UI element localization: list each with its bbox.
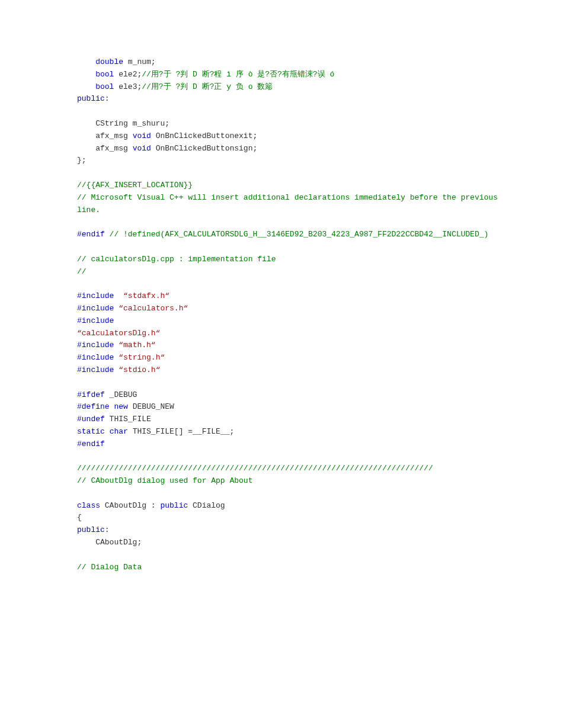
keyword-token: #ifdef <box>77 390 105 399</box>
code-line: afx_msg void OnBnClickedButtonexit; <box>77 130 504 143</box>
code-line: { <box>77 512 504 524</box>
code-line: public: <box>77 524 504 537</box>
text-token <box>77 82 95 91</box>
comment-token: // <box>77 267 87 276</box>
comment-token: //{{AFX_INSERT_LOCATION}} <box>77 181 193 190</box>
text-token: : <box>105 525 110 534</box>
text-token: m_num; <box>123 57 156 66</box>
code-line: #endif <box>77 438 504 451</box>
code-line: // <box>77 266 504 278</box>
code-line: // CAboutDlg dialog used for App About <box>77 475 504 488</box>
code-line: static char THIS_FILE[] =__FILE__; <box>77 426 504 438</box>
keyword-token: #include <box>77 304 114 313</box>
code-line: afx_msg void OnBnClickedButtonsign; <box>77 143 504 155</box>
code-line <box>77 105 504 118</box>
text-token: : <box>105 94 110 103</box>
comment-token: //用?于 ?判 D 断?程 ì 序 ò 是?否?有甁错涑?误 ó <box>142 70 334 79</box>
code-line: CAboutDlg; <box>77 537 504 549</box>
text-token: DEBUG_NEW <box>128 402 174 411</box>
text-token <box>77 279 82 288</box>
code-line <box>77 377 504 389</box>
code-line: // calculatorsDlg.cpp : implementation f… <box>77 254 504 266</box>
keyword-token: static <box>77 427 105 436</box>
string-token: “stdafx.h“ <box>123 291 169 300</box>
code-page: double m_num; bool ele2;//用?于 ?判 D 断?程 ì… <box>0 0 563 728</box>
keyword-token: #undef <box>77 415 105 424</box>
text-token <box>77 57 95 66</box>
code-line: #include “string.h“ <box>77 352 504 364</box>
text-token: CAboutDlg; <box>77 538 142 547</box>
text-token: THIS_FILE[] =__FILE__; <box>128 427 234 436</box>
keyword-token: void <box>133 132 151 140</box>
code-line: ////////////////////////////////////////… <box>77 463 504 475</box>
text-token <box>114 291 123 300</box>
text-token: afx_msg <box>77 144 133 153</box>
code-line: “calculatorsDlg.h“ <box>77 328 504 340</box>
code-line <box>77 216 504 229</box>
comment-token: //用?于 ?判 D 断?正 y 负 o 数簓 <box>142 82 273 91</box>
code-line <box>77 488 504 500</box>
keyword-token: #include <box>77 365 114 374</box>
text-token <box>77 242 82 251</box>
text-token <box>77 452 82 461</box>
text-token: ele2; <box>114 70 142 79</box>
code-line: #undef THIS_FILE <box>77 413 504 426</box>
keyword-token: #include <box>77 353 114 362</box>
text-token <box>77 70 95 79</box>
code-line: CString m_shuru; <box>77 118 504 130</box>
keyword-token: public <box>160 501 188 510</box>
text-token: _DEBUG <box>105 390 137 399</box>
text-token <box>105 427 110 436</box>
keyword-token: #include <box>77 341 114 349</box>
text-token: }; <box>77 156 87 165</box>
comment-token: // !defined(AFX_CALCULATORSDLG_H__3146ED… <box>110 230 489 239</box>
string-token: “calculators.h“ <box>119 304 188 313</box>
text-token: OnBnClickedButtonexit; <box>151 132 257 140</box>
keyword-token: char <box>110 427 128 436</box>
comment-token: // Dialog Data <box>77 563 142 572</box>
string-token: “calculatorsDlg.h“ <box>77 329 160 338</box>
code-line: public: <box>77 93 504 105</box>
text-token: { <box>77 513 82 522</box>
code-line: //{{AFX_INSERT_LOCATION}} <box>77 179 504 192</box>
keyword-token: bool <box>95 70 114 79</box>
code-line: #include “calculators.h“ <box>77 303 504 315</box>
text-token <box>77 378 82 387</box>
keyword-token: #include <box>77 316 114 325</box>
keyword-token: double <box>95 57 123 66</box>
keyword-token: #endif <box>77 440 105 448</box>
code-line: #include “math.h“ <box>77 339 504 352</box>
comment-token: // Microsoft Visual C++ will insert addi… <box>77 193 503 214</box>
text-token: CAboutDlg : <box>100 501 160 510</box>
code-line: class CAboutDlg : public CDialog <box>77 500 504 512</box>
text-token: THIS_FILE <box>105 415 151 424</box>
string-token: “stdio.h“ <box>119 365 160 374</box>
text-token: CString m_shuru; <box>77 119 169 128</box>
keyword-token: class <box>77 501 100 510</box>
code-line: #endif // !defined(AFX_CALCULATORSDLG_H_… <box>77 229 504 241</box>
comment-token: // calculatorsDlg.cpp : implementation f… <box>77 255 276 264</box>
keyword-token: public <box>77 525 105 534</box>
code-line: bool ele3;//用?于 ?判 D 断?正 y 负 o 数簓 <box>77 81 504 94</box>
code-line <box>77 451 504 463</box>
text-token <box>77 489 82 498</box>
text-token: CDialog <box>188 501 225 510</box>
code-line: #include “stdafx.h“ <box>77 290 504 303</box>
code-line: #include “stdio.h“ <box>77 364 504 377</box>
text-token <box>77 217 82 226</box>
code-line: #include <box>77 315 504 328</box>
code-line: #define new DEBUG_NEW <box>77 401 504 413</box>
comment-token: ////////////////////////////////////////… <box>77 464 433 473</box>
text-token <box>77 107 82 116</box>
code-line: // Dialog Data <box>77 562 504 574</box>
code-line: double m_num; <box>77 56 504 69</box>
code-line <box>77 167 504 179</box>
text-token: afx_msg <box>77 132 133 140</box>
keyword-token: #endif <box>77 230 110 239</box>
keyword-token: void <box>133 144 151 153</box>
code-line: }; <box>77 155 504 167</box>
keyword-token: new <box>114 402 127 411</box>
keyword-token: #define <box>77 402 110 411</box>
comment-token: // CAboutDlg dialog used for App About <box>77 476 252 485</box>
code-line <box>77 278 504 290</box>
